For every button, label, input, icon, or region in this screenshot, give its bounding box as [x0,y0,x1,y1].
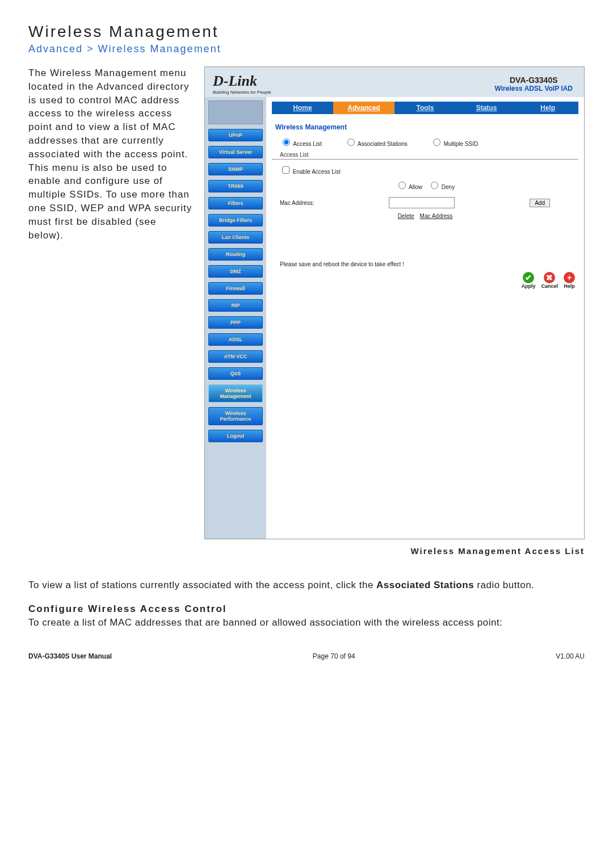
paragraph-associated-stations: To view a list of stations currently ass… [28,578,585,592]
delete-link[interactable]: Delete [398,213,414,219]
cancel-icon[interactable]: ✖ [544,272,555,283]
sidebar-item-wireless-performance[interactable]: Wireless Performance [208,407,263,425]
apply-icon[interactable]: ✔ [523,272,534,283]
router-screenshot: D-Link Building Networks for People DVA-… [204,66,585,539]
sidebar-item-atm-vcc[interactable]: ATM VCC [208,350,263,363]
footer-page-number: Page 70 of 94 [313,652,355,660]
footer-version: V1.00 AU [556,652,585,660]
footer-manual-title: DVA-G3340S User Manual [28,652,112,660]
model-subtitle: Wireless ADSL VoIP IAD [495,85,573,93]
sidebar-item-firewall[interactable]: Firewall [208,282,263,295]
tab-status[interactable]: Status [456,102,517,114]
sidebar-item-ppp[interactable]: PPP [208,316,263,329]
radio-associated-stations[interactable]: Associated Stations [345,137,408,147]
save-reboot-note: Please save and reboot the device to tak… [272,261,578,267]
intro-text: The Wireless Management menu located in … [28,66,204,578]
tab-advanced[interactable]: Advanced [333,102,394,114]
sidebar-item-wireless-management[interactable]: Wireless Management [208,384,263,402]
sidebar-item-adsl[interactable]: ADSL [208,333,263,346]
sidebar-item-virtual-server[interactable]: Virtual Server [208,146,263,158]
radio-access-list[interactable]: Access List [280,137,322,147]
sidebar-item-dmz[interactable]: DMZ [208,265,263,278]
tab-help[interactable]: Help [517,102,578,114]
add-button[interactable]: Add [530,199,550,207]
sidebar-item-tr069[interactable]: TR069 [208,180,263,192]
sidebar-item-lan-clients[interactable]: Lan Clients [208,231,263,244]
radio-allow[interactable]: Allow [396,180,422,190]
sidebar-item-filters[interactable]: Filters [208,197,263,209]
cancel-label: Cancel [541,283,558,289]
section-subtitle: Access List [272,150,578,159]
sidebar-item-upnp[interactable]: UPnP [208,129,263,141]
mac-label: Mac Address: [280,200,314,206]
radio-deny[interactable]: Deny [428,180,455,190]
tab-home[interactable]: Home [272,102,333,114]
help-label: Help [564,283,575,289]
page-title: Wireless Management [28,23,585,41]
panel-title: Wireless Management [275,123,578,131]
sidebar-item-rip[interactable]: RIP [208,299,263,312]
brand-subtitle: Building Networks for People [213,90,271,95]
mac-address-column[interactable]: Mac Address [420,213,453,219]
mac-address-input[interactable] [389,197,455,208]
sidebar-item-bridge-filters[interactable]: Bridge Filters [208,214,263,227]
help-icon[interactable]: + [564,272,575,283]
sidebar-item-routing[interactable]: Routing [208,248,263,261]
brand-logo: D-Link [213,73,271,90]
sidebar-item-logout[interactable]: Logout [208,430,263,442]
radio-multiple-ssid[interactable]: Multiple SSID [430,137,478,147]
checkbox-enable-access-list[interactable]: Enable Access List [280,165,341,175]
breadcrumb: Advanced > Wireless Management [28,43,585,55]
model-name: DVA-G3340S [495,76,573,85]
device-image [208,100,263,124]
subheading-configure: Configure Wireless Access Control [28,603,585,615]
tab-tools[interactable]: Tools [394,102,456,114]
sidebar-item-qos[interactable]: QoS [208,367,263,380]
sidebar-item-snmp[interactable]: SNMP [208,163,263,175]
figure-caption: Wireless Management Access List [204,546,585,556]
apply-label: Apply [521,283,535,289]
paragraph-configure: To create a list of MAC addresses that a… [28,616,585,630]
